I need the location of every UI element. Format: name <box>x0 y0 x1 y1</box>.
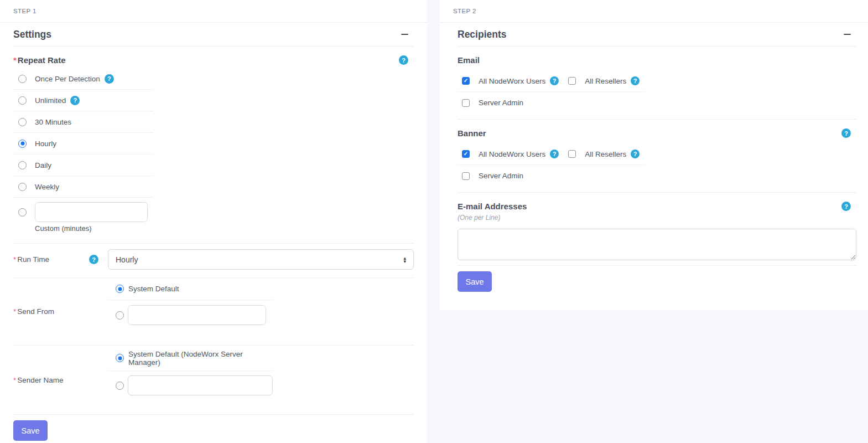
help-icon[interactable]: ? <box>631 76 640 85</box>
help-icon[interactable]: ? <box>70 96 80 105</box>
recipients-title-row: Recipients <box>458 23 856 47</box>
save-button[interactable]: Save <box>13 420 48 441</box>
radio-button[interactable] <box>18 208 27 217</box>
repeat-option-unlimited[interactable]: Unlimited ? <box>13 90 153 111</box>
banner-all-nodeworx-users[interactable]: ✓ All NodeWorx Users ? <box>462 150 559 158</box>
send-from-input[interactable] <box>128 305 266 325</box>
send-from-system-default[interactable]: System Default <box>108 278 273 300</box>
checkbox[interactable]: ✓ <box>462 172 470 180</box>
repeat-option-once-per-detection[interactable]: Once Per Detection ? <box>13 68 153 90</box>
repeat-option-30-minutes[interactable]: 30 Minutes <box>13 111 153 133</box>
option-label: Once Per Detection <box>35 75 100 83</box>
repeat-option-hourly[interactable]: Hourly <box>13 133 153 154</box>
custom-minutes-group: Custom (minutes) <box>35 202 148 233</box>
email-server-admin[interactable]: ✓ Server Admin <box>458 92 856 114</box>
radio-button[interactable] <box>18 183 27 191</box>
repeat-rate-heading-row: *Repeat Rate ? <box>13 55 414 65</box>
divider <box>458 119 856 120</box>
email-addresses-title: E-mail Addresses <box>458 202 527 211</box>
settings-footer: Save <box>13 414 414 443</box>
repeat-option-custom: Custom (minutes) <box>13 202 414 233</box>
checkbox[interactable]: ✓ <box>462 77 470 85</box>
checkbox-label: All NodeWorx Users <box>479 150 545 158</box>
radio-button[interactable] <box>18 118 27 126</box>
radio-button[interactable] <box>18 140 27 148</box>
run-time-selected-value: Hourly <box>116 255 138 264</box>
send-from-label: *Send From <box>13 307 108 316</box>
checkbox-label: Server Admin <box>479 99 523 107</box>
option-label: Unlimited <box>35 96 66 105</box>
banner-all-resellers[interactable]: ✓ All Resellers ? <box>568 150 640 158</box>
option-label: System Default <box>128 285 179 293</box>
recipients-card-body: Recipients Email ✓ All NodeWorx Users ? … <box>440 23 868 310</box>
settings-card: STEP 1 Settings *Repeat Rate ? Once Per … <box>0 0 427 443</box>
checkbox-label: Server Admin <box>479 172 523 180</box>
help-icon[interactable]: ? <box>399 55 408 65</box>
sender-name-system-default[interactable]: System Default (NodeWorx Server Manager) <box>108 346 273 371</box>
step1-header: STEP 1 <box>0 0 427 23</box>
radio-button[interactable] <box>116 382 124 390</box>
recipients-footer: Save <box>458 265 856 310</box>
banner-server-admin[interactable]: ✓ Server Admin <box>458 165 856 187</box>
collapse-icon[interactable] <box>844 34 851 35</box>
email-all-nodeworx-users[interactable]: ✓ All NodeWorx Users ? <box>462 76 559 85</box>
required-asterisk: * <box>13 376 16 384</box>
email-all-resellers[interactable]: ✓ All Resellers ? <box>568 76 640 85</box>
custom-minutes-input[interactable] <box>35 202 148 222</box>
settings-title-row: Settings <box>13 23 414 47</box>
radio-button[interactable] <box>18 96 27 105</box>
banner-section-title: Banner <box>458 128 486 138</box>
repeat-option-daily[interactable]: Daily <box>13 154 153 176</box>
help-icon[interactable]: ? <box>841 128 851 138</box>
banner-checkbox-row: ✓ All NodeWorx Users ? ✓ All Resellers ? <box>458 143 644 165</box>
radio-button[interactable] <box>18 161 27 169</box>
checkbox[interactable]: ✓ <box>568 150 576 158</box>
checkbox[interactable]: ✓ <box>568 77 576 85</box>
radio-button[interactable] <box>18 75 27 83</box>
divider <box>458 192 856 193</box>
sender-name-input[interactable] <box>128 375 273 395</box>
checkbox-label: All Resellers <box>585 150 626 158</box>
email-addresses-subtitle: (One per Line) <box>458 214 856 222</box>
email-addresses-textarea[interactable] <box>458 229 856 260</box>
settings-card-body: Settings *Repeat Rate ? Once Per Detecti… <box>0 23 427 443</box>
help-icon[interactable]: ? <box>631 150 640 158</box>
collapse-icon[interactable] <box>401 34 408 35</box>
recipients-card: STEP 2 Recipients Email ✓ All NodeWorx U… <box>440 0 868 310</box>
option-label: Hourly <box>35 140 56 148</box>
sender-name-label: *Sender Name <box>13 376 108 384</box>
banner-section-heading: Banner ? <box>458 128 856 138</box>
option-label: 30 Minutes <box>35 118 71 126</box>
checkbox[interactable]: ✓ <box>462 150 470 158</box>
run-time-select[interactable]: Hourly ▴▾ <box>108 249 414 270</box>
checkbox-label: All Resellers <box>585 77 626 85</box>
run-time-label: *Run Time <box>13 255 49 264</box>
help-icon[interactable]: ? <box>550 150 559 158</box>
required-asterisk: * <box>13 55 17 65</box>
sender-name-options: System Default (NodeWorx Server Manager) <box>108 346 273 414</box>
option-label: System Default (NodeWorx Server Manager) <box>128 350 268 367</box>
help-icon[interactable]: ? <box>841 202 851 211</box>
step2-header: STEP 2 <box>440 0 868 23</box>
run-time-row: *Run Time ? Hourly ▴▾ <box>13 244 414 277</box>
email-checkbox-row: ✓ All NodeWorx Users ? ✓ All Resellers ? <box>458 70 644 92</box>
help-icon[interactable]: ? <box>550 76 559 85</box>
run-time-label-col: *Run Time ? <box>13 255 108 264</box>
step2-label: STEP 2 <box>453 8 476 14</box>
help-icon[interactable]: ? <box>105 74 114 84</box>
radio-button[interactable] <box>116 311 124 320</box>
custom-minutes-label: Custom (minutes) <box>35 224 148 233</box>
sender-name-row: *Sender Name System Default (NodeWorx Se… <box>13 346 414 414</box>
email-addresses-heading: E-mail Addresses ? <box>458 202 856 211</box>
radio-button[interactable] <box>116 285 124 293</box>
checkbox[interactable]: ✓ <box>462 99 470 107</box>
help-icon[interactable]: ? <box>89 255 98 264</box>
send-from-row: *Send From System Default <box>13 278 414 345</box>
recipients-title: Recipients <box>458 29 507 40</box>
checkbox-label: All NodeWorx Users <box>479 77 545 85</box>
required-asterisk: * <box>13 255 16 264</box>
radio-button[interactable] <box>116 354 124 362</box>
step1-label: STEP 1 <box>13 8 37 14</box>
repeat-option-weekly[interactable]: Weekly <box>13 176 153 198</box>
save-button[interactable]: Save <box>458 271 492 292</box>
